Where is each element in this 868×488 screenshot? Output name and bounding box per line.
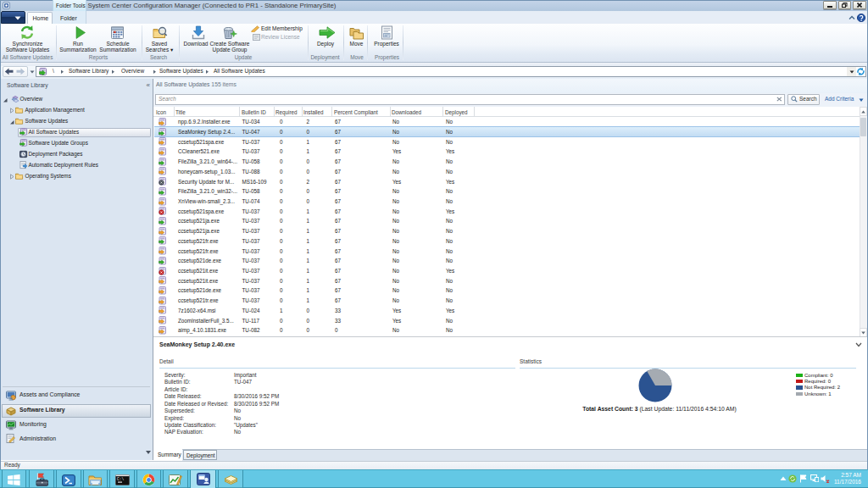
svg-text:C:\: C:\ <box>117 476 124 480</box>
